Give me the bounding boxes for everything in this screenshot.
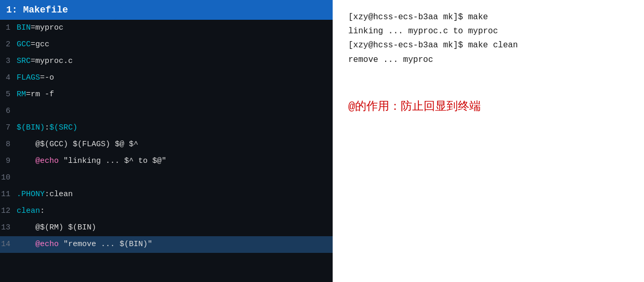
line-content: $(BIN):$(SRC) (15, 120, 77, 136)
code-token: $(SRC) (49, 123, 77, 132)
code-token: =-o (40, 73, 54, 82)
code-content: 1BIN=myproc2GCC=gcc3SRC=myproc.c4FLAGS=-… (0, 20, 333, 253)
code-line: 8 @$(GCC) $(FLAGS) $@ $^ (0, 136, 333, 153)
code-token: =rm -f (26, 90, 54, 99)
annotation: @的作用：防止回显到终端 (348, 98, 628, 114)
code-line: 13 @$(RM) $(BIN) (0, 220, 333, 236)
code-token: "linking ... $^ to $@" (59, 157, 166, 165)
line-content: BIN=myproc (15, 20, 63, 36)
code-line: 14 @echo "remove ... $(BIN)" (0, 236, 333, 253)
right-panel: [xzy@hcss-ecs-b3aa mk]$ makelinking ... … (333, 0, 644, 282)
terminal-line: [xzy@hcss-ecs-b3aa mk]$ make (348, 10, 628, 24)
code-token: @echo (17, 157, 59, 165)
line-content: @$(GCC) $(FLAGS) $@ $^ (15, 136, 138, 153)
code-line: 6 (0, 103, 333, 120)
line-content: RM=rm -f (15, 86, 54, 103)
code-line: 5RM=rm -f (0, 86, 333, 103)
line-number: 6 (0, 103, 15, 120)
code-token: FLAGS (17, 73, 40, 82)
line-number: 1 (0, 20, 15, 36)
code-line: 7$(BIN):$(SRC) (0, 120, 333, 136)
line-number: 5 (0, 86, 15, 103)
code-token: .PHONY (17, 190, 45, 199)
line-number: 2 (0, 36, 15, 53)
code-token: @$(GCC) $(FLAGS) $@ $^ (17, 140, 138, 149)
line-number: 3 (0, 53, 15, 70)
line-number: 14 (0, 236, 15, 253)
line-content: .PHONY:clean (15, 186, 73, 203)
line-number: 9 (0, 153, 15, 170)
line-content: @$(RM) $(BIN) (15, 220, 96, 236)
code-token: @$(RM) $(BIN) (17, 223, 96, 232)
code-token: : (45, 123, 49, 132)
code-panel: 1: Makefile 1BIN=myproc2GCC=gcc3SRC=mypr… (0, 0, 333, 282)
code-token: @echo (17, 240, 59, 249)
code-line: 10 (0, 170, 333, 186)
code-token: SRC (17, 57, 31, 66)
terminal-line: remove ... myproc (348, 53, 628, 67)
title-label: 1: Makefile (6, 5, 68, 15)
line-content: @echo "linking ... $^ to $@" (15, 153, 166, 170)
title-bar: 1: Makefile (0, 0, 333, 20)
code-line: 3SRC=myproc.c (0, 53, 333, 70)
code-line: 9 @echo "linking ... $^ to $@" (0, 153, 333, 170)
line-number: 11 (0, 186, 15, 203)
line-number: 13 (0, 220, 15, 236)
terminal-output: [xzy@hcss-ecs-b3aa mk]$ makelinking ... … (348, 10, 628, 67)
code-line: 11.PHONY:clean (0, 186, 333, 203)
line-content: GCC=gcc (15, 36, 49, 53)
code-line: 12clean: (0, 203, 333, 220)
code-token: $(BIN) (17, 123, 45, 132)
line-number: 7 (0, 120, 15, 136)
line-number: 12 (0, 203, 15, 220)
line-content: @echo "remove ... $(BIN)" (15, 236, 152, 253)
code-token: clean (17, 207, 40, 215)
code-token: =myproc (31, 23, 63, 32)
line-number: 4 (0, 70, 15, 86)
line-number: 8 (0, 136, 15, 153)
code-token: =myproc.c (31, 57, 73, 66)
terminal-line: [xzy@hcss-ecs-b3aa mk]$ make clean (348, 39, 628, 53)
line-number: 10 (0, 170, 15, 186)
code-line: 1BIN=myproc (0, 20, 333, 36)
code-token: RM (17, 90, 26, 99)
code-token: GCC (17, 40, 31, 49)
code-line: 4FLAGS=-o (0, 70, 333, 86)
code-token: "remove ... $(BIN)" (59, 240, 152, 249)
code-token: : (40, 207, 45, 215)
code-line: 2GCC=gcc (0, 36, 333, 53)
line-content: clean: (15, 203, 45, 220)
terminal-line: linking ... myproc.c to myproc (348, 24, 628, 39)
code-token: BIN (17, 23, 31, 32)
code-token: =gcc (31, 40, 49, 49)
line-content: SRC=myproc.c (15, 53, 73, 70)
line-content: FLAGS=-o (15, 70, 54, 86)
code-token: :clean (45, 190, 73, 199)
